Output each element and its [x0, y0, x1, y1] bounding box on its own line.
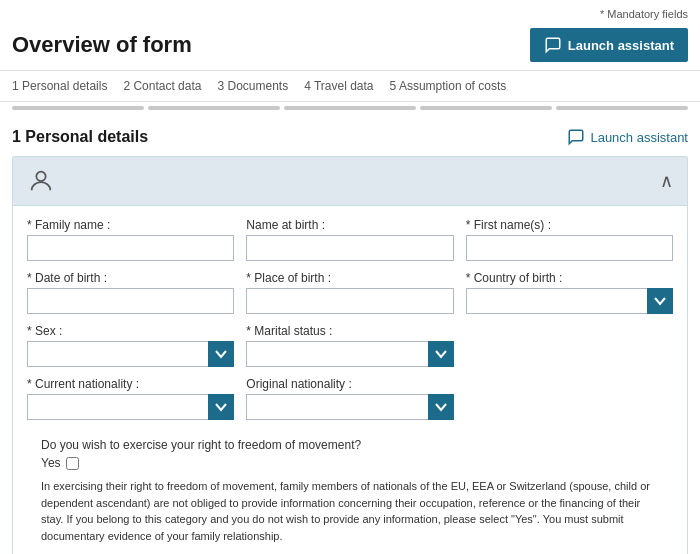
step-1[interactable]: 1 Personal details: [12, 71, 123, 101]
chat-icon: [544, 36, 562, 54]
header-row: Overview of form Launch assistant: [0, 24, 700, 70]
current-nationality-select[interactable]: [27, 394, 234, 420]
first-names-input[interactable]: [466, 235, 673, 261]
place-of-birth-input[interactable]: [246, 288, 453, 314]
progress-bar-1: [12, 106, 144, 110]
collapse-icon[interactable]: ∧: [660, 170, 673, 192]
place-of-birth-field: * Place of birth :: [246, 271, 453, 314]
yes-label: Yes: [41, 456, 61, 470]
marital-status-label: * Marital status :: [246, 324, 453, 338]
progress-bar-2: [148, 106, 280, 110]
first-names-field: * First name(s) :: [466, 218, 673, 261]
progress-bar-4: [420, 106, 552, 110]
name-at-birth-field: Name at birth :: [246, 218, 453, 261]
section1-header: 1 Personal details Launch assistant: [0, 118, 700, 156]
family-name-field: * Family name :: [27, 218, 234, 261]
name-at-birth-input[interactable]: [246, 235, 453, 261]
launch-assistant-label-section: Launch assistant: [590, 130, 688, 145]
form-row-2: * Date of birth : * Place of birth : * C…: [27, 271, 673, 314]
form-card: ∧ * Family name : Name at birth : * Firs…: [12, 156, 688, 554]
current-nationality-label: * Current nationality :: [27, 377, 234, 391]
marital-status-field: * Marital status :: [246, 324, 453, 367]
form-card-header: ∧: [13, 157, 687, 206]
page-title: Overview of form: [12, 32, 192, 58]
name-at-birth-label: Name at birth :: [246, 218, 453, 232]
progress-bar-5: [556, 106, 688, 110]
sex-field: * Sex :: [27, 324, 234, 367]
chat-icon-section: [567, 128, 585, 146]
section1-title: 1 Personal details: [12, 128, 148, 146]
step-2[interactable]: 2 Contact data: [123, 71, 217, 101]
country-of-birth-select-wrapper: [466, 288, 673, 314]
yes-row: Yes: [41, 456, 659, 470]
step-5[interactable]: 5 Assumption of costs: [390, 71, 523, 101]
date-of-birth-field: * Date of birth :: [27, 271, 234, 314]
progress-bars: [0, 102, 700, 118]
info-text: In exercising their right to freedom of …: [27, 478, 673, 554]
place-of-birth-label: * Place of birth :: [246, 271, 453, 285]
mandatory-note: * Mandatory fields: [600, 8, 688, 20]
original-nationality-label: Original nationality :: [246, 377, 453, 391]
launch-assistant-button-top[interactable]: Launch assistant: [530, 28, 688, 62]
steps-nav: 1 Personal details 2 Contact data 3 Docu…: [0, 70, 700, 102]
first-names-label: * First name(s) :: [466, 218, 673, 232]
sex-select-wrapper: [27, 341, 234, 367]
mandatory-note-bar: * Mandatory fields: [0, 0, 700, 24]
date-of-birth-label: * Date of birth :: [27, 271, 234, 285]
original-nationality-select[interactable]: [246, 394, 453, 420]
yes-checkbox[interactable]: [66, 457, 79, 470]
form-row-3: * Sex : * Marital status :: [27, 324, 673, 367]
step-4[interactable]: 4 Travel data: [304, 71, 389, 101]
family-name-label: * Family name :: [27, 218, 234, 232]
form-row-1: * Family name : Name at birth : * First …: [27, 218, 673, 261]
country-of-birth-label: * Country of birth :: [466, 271, 673, 285]
current-nationality-field: * Current nationality :: [27, 377, 234, 420]
country-of-birth-select[interactable]: [466, 288, 673, 314]
launch-assistant-label-top: Launch assistant: [568, 38, 674, 53]
launch-assistant-button-section[interactable]: Launch assistant: [567, 128, 688, 146]
form-body: * Family name : Name at birth : * First …: [13, 206, 687, 554]
original-nationality-select-wrapper: [246, 394, 453, 420]
progress-bar-3: [284, 106, 416, 110]
marital-status-select[interactable]: [246, 341, 453, 367]
family-name-input[interactable]: [27, 235, 234, 261]
svg-point-0: [36, 172, 45, 181]
marital-status-select-wrapper: [246, 341, 453, 367]
sex-select[interactable]: [27, 341, 234, 367]
date-of-birth-input[interactable]: [27, 288, 234, 314]
current-nationality-select-wrapper: [27, 394, 234, 420]
step-3[interactable]: 3 Documents: [217, 71, 304, 101]
freedom-question: Do you wish to exercise your right to fr…: [41, 438, 659, 452]
country-of-birth-field: * Country of birth :: [466, 271, 673, 314]
form-row-4: * Current nationality : Original nationa…: [27, 377, 673, 420]
sex-label: * Sex :: [27, 324, 234, 338]
person-icon: [27, 167, 55, 195]
original-nationality-field: Original nationality :: [246, 377, 453, 420]
freedom-section: Do you wish to exercise your right to fr…: [27, 430, 673, 470]
